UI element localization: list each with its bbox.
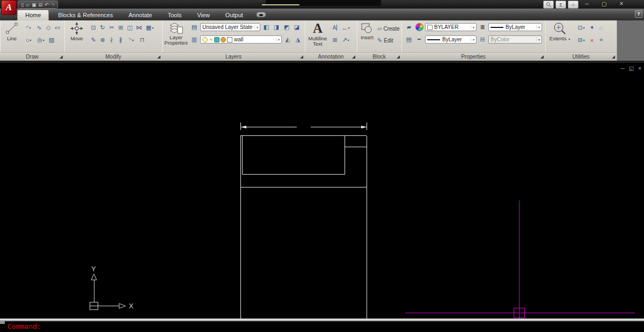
tab-annotate[interactable]: Annotate <box>122 10 158 20</box>
drawing-area[interactable]: ─ ◱ × <box>0 62 644 319</box>
wall-outline[interactable] <box>240 136 367 319</box>
tab-output[interactable]: Output <box>219 10 250 20</box>
measure-button[interactable]: ⌖ <box>597 35 605 45</box>
panel-expand-icon[interactable] <box>60 55 63 59</box>
tab-home[interactable]: Home <box>17 10 49 20</box>
layer-combo[interactable]: ☀ wall ▾ <box>200 35 282 44</box>
stretch-button[interactable]: ◫ <box>126 23 134 32</box>
polygon-button[interactable]: ◇ <box>44 23 53 32</box>
doc-close-button[interactable]: × <box>638 66 641 71</box>
minimize-button[interactable]: ─ <box>585 1 589 8</box>
app-logo[interactable]: A <box>1 0 17 15</box>
match-properties-button[interactable]: ▰ <box>405 23 413 32</box>
new-icon[interactable]: ▯ <box>21 2 24 8</box>
explode-button[interactable]: ⊗ <box>98 35 107 45</box>
block-create-row[interactable]: ▱ Create <box>377 25 399 32</box>
erase-utility-button[interactable]: × <box>588 35 596 45</box>
plot-icon[interactable]: ⊟ <box>38 2 42 8</box>
layer-isolate-button[interactable]: ◧ <box>262 23 270 32</box>
copy-clip-button[interactable]: ⊡ ▾ <box>575 23 587 32</box>
panel-expand-icon[interactable] <box>157 55 160 59</box>
linetype-button[interactable]: ┅ <box>415 35 423 44</box>
command-line[interactable]: Command: <box>0 321 644 332</box>
doc-minimize-button[interactable]: ─ <box>621 66 625 71</box>
layer-freeze-sun-icon[interactable]: ☀ <box>209 38 213 42</box>
layers-panel-title[interactable]: Layers <box>162 52 305 61</box>
block-panel-title[interactable]: Block <box>357 52 401 61</box>
search-button[interactable] <box>543 1 554 9</box>
communication-center-button[interactable]: Σ <box>555 1 566 9</box>
line-button[interactable]: Line <box>2 22 22 41</box>
break-button[interactable]: ∤ <box>107 35 116 45</box>
fillet-button[interactable]: ◝ ▾ <box>126 35 137 45</box>
multiline-text-button[interactable]: A Multiline Text <box>306 22 329 47</box>
favorites-button[interactable]: ☆ <box>568 1 579 9</box>
dimension-button[interactable]: ↔ ▾ <box>340 23 352 32</box>
select-all-button[interactable]: ◌ <box>597 23 605 32</box>
layer-color-swatch[interactable] <box>227 37 232 42</box>
panel-expand-icon[interactable] <box>300 55 303 59</box>
leader-button[interactable]: ↗ ▾ <box>340 35 352 45</box>
break-at-point-button[interactable]: ∦ <box>116 35 125 45</box>
panel-expand-icon[interactable] <box>612 55 615 59</box>
panel-expand-icon[interactable] <box>540 55 544 59</box>
layer-on-icon[interactable] <box>202 37 208 42</box>
hatch-button[interactable]: ▨ <box>47 35 56 45</box>
circle-button[interactable]: ○ ▾ <box>23 35 34 45</box>
layer-lock-button[interactable]: ◪ <box>292 23 301 32</box>
redo-icon[interactable]: ↷ <box>50 2 55 8</box>
annotation-panel-title[interactable]: Annotation <box>305 52 357 61</box>
move-button[interactable]: Move <box>67 22 86 41</box>
draw-panel-title[interactable]: Draw <box>0 52 64 61</box>
erase-button[interactable]: ✎ <box>89 35 98 45</box>
wall-drawing[interactable] <box>240 122 367 319</box>
close-button[interactable]: × <box>620 1 624 8</box>
paste-button[interactable]: ⊟ ▾ <box>575 35 587 45</box>
inner-room[interactable] <box>243 136 367 175</box>
lineweight-button[interactable]: ≣ <box>478 23 487 32</box>
arc-button[interactable]: ◜ ▾ <box>23 23 34 32</box>
rectangle-button[interactable]: ▭ <box>53 23 62 32</box>
zoom-extents-button[interactable]: Extents ▾ <box>548 22 572 42</box>
lineweight-combo[interactable]: ByLayer ▾ <box>488 23 542 31</box>
open-icon[interactable]: ▱ <box>26 2 30 8</box>
block-edit-row[interactable]: ✎ Edit <box>377 37 393 44</box>
ellipse-button[interactable]: ◎ ▾ <box>35 35 47 45</box>
color-wheel-button[interactable] <box>415 23 423 32</box>
ribbon-minimize-toggle[interactable] <box>257 12 266 17</box>
properties-list-button[interactable]: ▤ <box>405 35 413 44</box>
properties-panel-title[interactable]: Properties <box>401 52 545 61</box>
insert-button[interactable]: Insert <box>359 22 375 40</box>
array-button[interactable]: ▦ ▾ <box>144 23 156 32</box>
layer-plot-icon[interactable] <box>221 37 226 42</box>
copy-button[interactable]: ⊡ <box>89 23 98 32</box>
polyline-button[interactable]: ∿ <box>35 23 43 32</box>
scale-button[interactable]: ⊞ <box>116 23 125 32</box>
table-button[interactable]: ⊞ <box>331 35 339 45</box>
command-line-grip[interactable] <box>0 321 5 324</box>
layer-properties-button[interactable]: Layer Properties <box>164 22 188 46</box>
dimension-line[interactable] <box>240 122 367 130</box>
panel-expand-icon[interactable] <box>352 55 355 59</box>
linetype-combo[interactable]: ByLayer ▾ <box>425 35 477 44</box>
modify-panel-title[interactable]: Modify <box>64 52 162 61</box>
join-button[interactable]: ⊓ <box>138 35 147 45</box>
tab-view[interactable]: View <box>191 10 216 20</box>
quick-select-button[interactable]: ✦ <box>588 23 596 32</box>
utilities-panel-title[interactable]: Utilities <box>545 52 617 61</box>
trim-button[interactable]: ✂ <box>107 23 116 32</box>
maximize-button[interactable]: ▢ <box>602 1 606 8</box>
tab-blocks-references[interactable]: Blocks & References <box>52 10 119 20</box>
layer-lock-state-icon[interactable] <box>214 37 219 42</box>
layer-state-combo[interactable]: Unsaved Layer State ▾ <box>200 23 260 31</box>
help-button[interactable]: ? <box>635 10 642 18</box>
layer-state-manager-button[interactable]: ▤ <box>190 23 199 32</box>
layer-previous-button[interactable]: ▥ <box>190 35 199 44</box>
object-color-combo[interactable]: BYLAYER ▾ <box>425 23 477 31</box>
layer-match-button[interactable]: ◭ <box>283 35 292 44</box>
undo-icon[interactable]: ↶ <box>45 2 49 8</box>
drawing-canvas[interactable]: Y X <box>0 63 644 319</box>
doc-restore-button[interactable]: ◱ <box>629 66 634 71</box>
layer-freeze-button[interactable]: ◩ <box>282 23 291 32</box>
mirror-button[interactable]: ⋈ <box>135 23 143 32</box>
